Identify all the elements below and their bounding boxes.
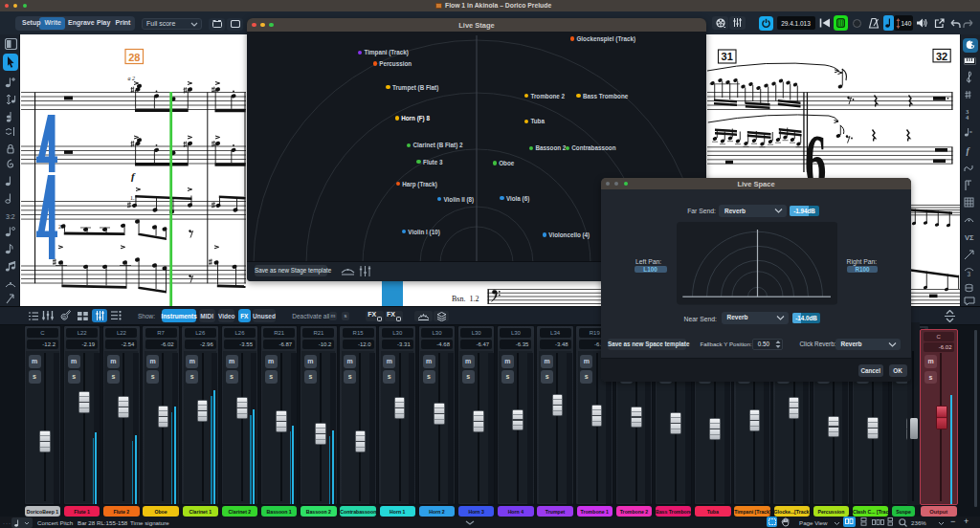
svg-text:a 2: a 2	[128, 76, 136, 81]
svg-text:4: 4	[966, 114, 969, 121]
svg-text:3: 3	[968, 271, 971, 277]
svg-text:VΣ: VΣ	[965, 233, 974, 242]
svg-text:31: 31	[722, 51, 733, 62]
svg-text:f: f	[131, 170, 136, 182]
svg-text:f: f	[967, 145, 971, 156]
svg-text:1.: 1.	[130, 195, 135, 201]
svg-text:3:2: 3:2	[6, 213, 15, 220]
svg-text:28: 28	[128, 52, 140, 63]
svg-text:=: =	[969, 129, 972, 135]
svg-text:Bsn. 1.2: Bsn. 1.2	[452, 295, 479, 303]
svg-text:32: 32	[936, 51, 947, 62]
